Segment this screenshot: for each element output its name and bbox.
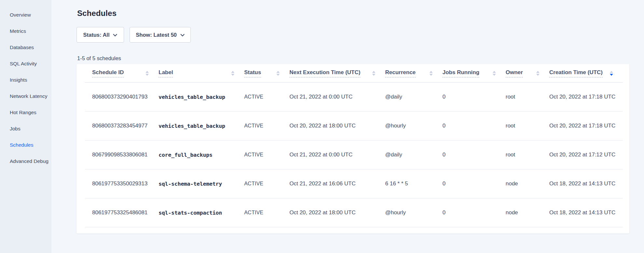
filter-bar: Status: All Show: Latest 50 <box>77 27 191 43</box>
column-header-label[interactable]: Label <box>159 69 173 77</box>
column-header-owner[interactable]: Owner <box>506 64 549 83</box>
cell-recurrence: @daily <box>385 83 442 112</box>
sidebar-item-overview[interactable]: Overview <box>0 7 51 23</box>
sort-desc-icon <box>372 74 375 76</box>
chevron-down-icon <box>180 34 185 37</box>
cell-status: ACTIVE <box>244 140 289 169</box>
cell-recurrence: 6 16 * * 5 <box>385 169 442 198</box>
sidebar-item-network-latency[interactable]: Network Latency <box>0 88 51 104</box>
sidebar-item-insights[interactable]: Insights <box>0 72 51 88</box>
column-header-label[interactable]: Recurrence <box>385 69 416 77</box>
cell-recurrence: @hourly <box>385 198 442 227</box>
cell-owner: node <box>506 198 549 227</box>
status-filter-dropdown[interactable]: Status: All <box>77 27 124 43</box>
cell-creation-time: Oct 20, 2022 at 17:12 UTC <box>549 140 623 169</box>
column-header-schedule-id[interactable]: Schedule ID <box>85 64 159 83</box>
cell-schedule-id: 806799098533806081 <box>85 140 159 169</box>
cell-schedule-id: 806197753350029313 <box>85 169 159 198</box>
column-header-label[interactable]: Next Execution Time (UTC) <box>289 69 360 77</box>
cell-jobs-running: 0 <box>442 140 506 169</box>
sort-asc-icon <box>610 71 613 73</box>
sort-asc-icon <box>536 71 539 73</box>
sidebar-item-databases[interactable]: Databases <box>0 39 51 56</box>
cell-jobs-running: 0 <box>442 198 506 227</box>
cell-status: ACTIVE <box>244 83 289 112</box>
sort-desc-icon <box>429 74 433 76</box>
page-title: Schedules <box>77 9 117 18</box>
schedules-page: Overview Metrics Databases SQL Activity … <box>0 0 644 253</box>
cell-label: core_full_backups <box>159 140 244 169</box>
cell-schedule-id: 806800373290401793 <box>85 83 159 112</box>
cell-status: ACTIVE <box>244 112 289 140</box>
sort-asc-icon <box>493 71 496 73</box>
cell-creation-time: Oct 20, 2022 at 17:18 UTC <box>549 83 623 112</box>
column-header-label[interactable]: Jobs Running <box>442 69 479 77</box>
sidebar-nav: Overview Metrics Databases SQL Activity … <box>0 0 51 253</box>
sort-toggle-icon[interactable] <box>146 71 149 76</box>
sidebar-item-hot-ranges[interactable]: Hot Ranges <box>0 104 51 121</box>
cell-owner: root <box>506 83 549 112</box>
column-header-label[interactable]: Owner <box>506 69 523 77</box>
schedules-table: Schedule ID Label Status <box>85 64 623 227</box>
column-header-label[interactable]: Status <box>244 69 261 77</box>
column-header-status[interactable]: Status <box>244 64 289 83</box>
table-row: 806800373290401793vehicles_table_backupA… <box>85 83 623 112</box>
column-header-creation-time-utc[interactable]: Creation Time (UTC) <box>549 64 623 83</box>
schedules-table-card: Schedule ID Label Status <box>77 64 629 233</box>
column-header-label[interactable]: Label <box>159 64 244 83</box>
sort-asc-icon <box>429 71 433 73</box>
column-header-recurrence[interactable]: Recurrence <box>385 64 442 83</box>
cell-next-execution: Oct 21, 2022 at 0:00 UTC <box>289 83 385 112</box>
cell-next-execution: Oct 20, 2022 at 18:00 UTC <box>289 198 385 227</box>
cell-creation-time: Oct 20, 2022 at 17:18 UTC <box>549 112 623 140</box>
cell-label: sql-stats-compaction <box>159 198 244 227</box>
sort-toggle-icon[interactable] <box>610 71 613 76</box>
cell-next-execution: Oct 21, 2022 at 0:00 UTC <box>289 140 385 169</box>
table-header-row: Schedule ID Label Status <box>85 64 623 83</box>
cell-label: vehicles_table_backup <box>159 112 244 140</box>
table-row: 806197753350029313sql-schema-telemetryAC… <box>85 169 623 198</box>
sort-desc-icon <box>610 74 613 76</box>
sort-asc-icon <box>372 71 375 73</box>
sort-toggle-icon[interactable] <box>536 71 539 76</box>
show-filter-dropdown[interactable]: Show: Latest 50 <box>130 27 191 43</box>
table-row: 806800373283454977vehicles_table_backupA… <box>85 112 623 140</box>
sort-desc-icon <box>276 74 280 76</box>
cell-jobs-running: 0 <box>442 169 506 198</box>
cell-next-execution: Oct 20, 2022 at 18:00 UTC <box>289 112 385 140</box>
column-header-label[interactable]: Schedule ID <box>92 69 124 77</box>
sort-asc-icon <box>146 71 149 73</box>
cell-schedule-id: 806800373283454977 <box>85 112 159 140</box>
cell-creation-time: Oct 18, 2022 at 14:13 UTC <box>549 198 623 227</box>
sidebar-item-sql-activity[interactable]: SQL Activity <box>0 56 51 72</box>
cell-status: ACTIVE <box>244 169 289 198</box>
cell-owner: node <box>506 169 549 198</box>
cell-recurrence: @hourly <box>385 112 442 140</box>
sort-toggle-icon[interactable] <box>493 71 496 76</box>
main-content: Schedules Status: All Show: Latest 50 1-… <box>51 0 644 253</box>
column-header-label[interactable]: Creation Time (UTC) <box>549 69 603 77</box>
sidebar-item-jobs[interactable]: Jobs <box>0 121 51 137</box>
cell-status: ACTIVE <box>244 198 289 227</box>
sidebar-item-schedules[interactable]: Schedules <box>0 137 51 153</box>
column-header-jobs-running[interactable]: Jobs Running <box>442 64 506 83</box>
status-filter-label: Status: All <box>83 32 110 38</box>
cell-owner: root <box>506 112 549 140</box>
sidebar-item-advanced-debug[interactable]: Advanced Debug <box>0 153 51 169</box>
column-header-next-execution-time-utc[interactable]: Next Execution Time (UTC) <box>289 64 385 83</box>
sort-toggle-icon[interactable] <box>231 71 234 76</box>
cell-schedule-id: 806197753325486081 <box>85 198 159 227</box>
sidebar-item-metrics[interactable]: Metrics <box>0 23 51 39</box>
cell-label: sql-schema-telemetry <box>159 169 244 198</box>
sort-desc-icon <box>146 74 149 76</box>
table-row: 806197753325486081sql-stats-compactionAC… <box>85 198 623 227</box>
table-row: 806799098533806081core_full_backupsACTIV… <box>85 140 623 169</box>
sort-desc-icon <box>536 74 539 76</box>
results-count: 1-5 of 5 schedules <box>77 55 121 61</box>
cell-jobs-running: 0 <box>442 112 506 140</box>
sort-toggle-icon[interactable] <box>429 71 433 76</box>
cell-recurrence: @daily <box>385 140 442 169</box>
sort-toggle-icon[interactable] <box>372 71 375 76</box>
sort-asc-icon <box>276 71 280 73</box>
sort-toggle-icon[interactable] <box>276 71 280 76</box>
